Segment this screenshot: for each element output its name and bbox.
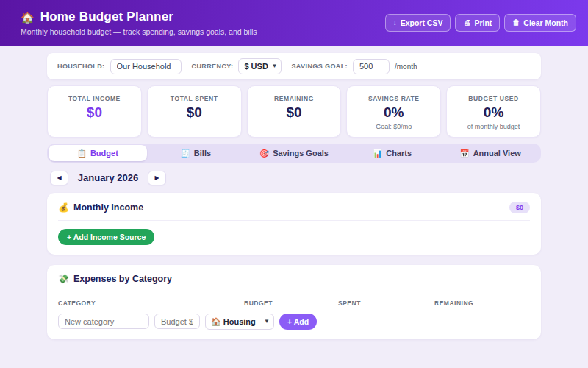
budget-amount-input[interactable] — [154, 314, 200, 329]
column-header-budget: BUDGET — [244, 300, 338, 307]
stat-value: $0 — [251, 105, 338, 121]
stat-card-budget-used: BUDGET USED 0% of monthly budget — [446, 85, 541, 138]
print-button[interactable]: 🖨 Print — [455, 14, 500, 32]
money-with-wings-icon: 💸 — [58, 275, 69, 283]
stat-label: BUDGET USED — [450, 95, 537, 102]
savings-goal-suffix: /month — [395, 63, 417, 71]
tab-label: Annual View — [473, 149, 521, 158]
savings-goal-input[interactable] — [353, 59, 390, 74]
tab-bills[interactable]: 🧾 Bills — [147, 145, 245, 161]
stat-card-remaining: REMAINING $0 — [247, 85, 342, 138]
category-type-select[interactable]: 🏠 Housing — [205, 314, 274, 330]
add-income-source-button[interactable]: + Add Income Source — [58, 229, 154, 245]
column-header-remaining: REMAINING — [434, 300, 530, 307]
export-csv-button[interactable]: ↓ Export CSV — [385, 14, 451, 32]
calendar-icon: 📅 — [460, 149, 470, 158]
currency-select[interactable]: $ USD — [238, 58, 282, 74]
expenses-section: 💸 Expenses by Category CATEGORY BUDGET S… — [47, 265, 541, 339]
clear-month-button[interactable]: 🗑 Clear Month — [504, 14, 576, 32]
receipt-icon: 🧾 — [181, 149, 190, 158]
tab-label: Charts — [386, 149, 412, 158]
print-label: Print — [474, 18, 492, 27]
divider — [58, 220, 530, 221]
expenses-column-headers: CATEGORY BUDGET SPENT REMAINING — [58, 300, 530, 307]
monthly-income-section: 💰 Monthly Income $0 + Add Income Source — [47, 193, 541, 255]
app-header: 🏠 Home Budget Planner Monthly household … — [0, 0, 588, 46]
arrow-left-icon: ◀ — [57, 174, 61, 181]
next-month-button[interactable]: ▶ — [148, 171, 166, 185]
stat-label: TOTAL INCOME — [51, 95, 138, 102]
tab-bar: 📋 Budget 🧾 Bills 🎯 Savings Goals 📊 Chart… — [47, 144, 541, 163]
stat-card-total-income: TOTAL INCOME $0 — [47, 85, 142, 138]
header-branding: 🏠 Home Budget Planner Monthly household … — [21, 10, 257, 36]
add-category-button[interactable]: + Add — [279, 314, 317, 330]
tab-budget[interactable]: 📋 Budget — [49, 145, 147, 161]
page-subtitle: Monthly household budget — track spendin… — [21, 27, 257, 36]
stat-sub: of monthly budget — [450, 123, 537, 130]
household-label: HOUSEHOLD: — [57, 63, 105, 70]
stat-card-savings-rate: SAVINGS RATE 0% Goal: $0/mo — [346, 85, 441, 138]
stat-label: TOTAL SPENT — [151, 95, 238, 102]
stat-value: 0% — [450, 105, 537, 121]
savings-goal-label: SAVINGS GOAL: — [291, 63, 348, 70]
trash-icon: 🗑 — [512, 19, 520, 26]
stat-label: SAVINGS RATE — [350, 95, 437, 102]
stats-row: TOTAL INCOME $0 TOTAL SPENT $0 REMAINING… — [47, 85, 541, 138]
column-header-spent: SPENT — [338, 300, 434, 307]
tab-annual-view[interactable]: 📅 Annual View — [441, 145, 539, 161]
house-icon: 🏠 — [21, 12, 35, 23]
currency-label: CURRENCY: — [192, 63, 234, 70]
income-total-badge: $0 — [509, 202, 530, 213]
stat-label: REMAINING — [251, 95, 338, 102]
printer-icon: 🖨 — [463, 19, 470, 26]
expenses-title: Expenses by Category — [74, 274, 172, 284]
month-navigation: ◀ January 2026 ▶ — [47, 171, 541, 185]
header-actions: ↓ Export CSV 🖨 Print 🗑 Clear Month — [385, 14, 576, 32]
tab-label: Budget — [90, 149, 118, 158]
household-input[interactable] — [110, 59, 182, 74]
monthly-income-title: Monthly Income — [74, 202, 143, 213]
page-title: Home Budget Planner — [40, 10, 173, 24]
tab-label: Savings Goals — [273, 149, 329, 158]
download-icon: ↓ — [393, 19, 397, 26]
target-icon: 🎯 — [259, 149, 269, 158]
bar-chart-icon: 📊 — [373, 149, 382, 158]
stat-sub: Goal: $0/mo — [350, 123, 437, 130]
stat-card-total-spent: TOTAL SPENT $0 — [147, 85, 242, 138]
add-expense-form: 🏠 Housing ▼ + Add — [58, 314, 530, 330]
settings-bar: HOUSEHOLD: CURRENCY: $ USD ▼ SAVINGS GOA… — [47, 53, 541, 79]
tab-label: Bills — [194, 149, 211, 158]
stat-value: $0 — [151, 105, 238, 121]
stat-value: $0 — [51, 105, 138, 121]
tab-charts[interactable]: 📊 Charts — [343, 145, 442, 161]
divider — [58, 291, 530, 291]
arrow-right-icon: ▶ — [154, 174, 159, 181]
new-category-input[interactable] — [58, 314, 149, 329]
clear-month-label: Clear Month — [523, 18, 568, 27]
money-bag-icon: 💰 — [58, 203, 69, 212]
tab-savings-goals[interactable]: 🎯 Savings Goals — [245, 145, 343, 161]
main-content: HOUSEHOLD: CURRENCY: $ USD ▼ SAVINGS GOA… — [47, 53, 541, 339]
export-csv-label: Export CSV — [401, 18, 443, 27]
month-title: January 2026 — [68, 172, 148, 183]
previous-month-button[interactable]: ◀ — [50, 171, 68, 185]
clipboard-icon: 📋 — [77, 149, 87, 158]
stat-value: 0% — [350, 105, 437, 121]
column-header-category: CATEGORY — [58, 300, 244, 307]
